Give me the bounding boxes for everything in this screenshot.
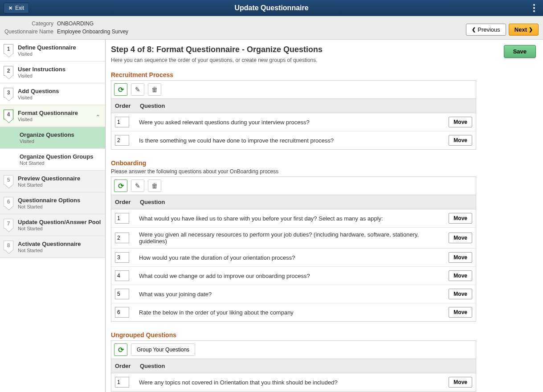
move-button[interactable]: Move [449, 270, 472, 281]
question-text: Were you given all necessary resources t… [129, 231, 449, 245]
next-button[interactable]: Next ❯ [509, 24, 539, 36]
refresh-button[interactable]: ⟳ [114, 180, 127, 192]
table-row: Were any topics not covered in Orientati… [111, 373, 476, 391]
question-text: Rate the below in the order of your liki… [129, 309, 449, 316]
sidebar-step-7[interactable]: 7Update Question/Answer PoolNot Started [0, 214, 105, 236]
category-label: Category [4, 20, 57, 27]
save-button[interactable]: Save [504, 45, 536, 58]
question-text: Were you asked relevant questions during… [129, 119, 449, 126]
sidebar-step-4[interactable]: 4Format QuestionnaireVisited⌃ [0, 105, 105, 127]
step-status: Not Started [18, 204, 102, 209]
table-row: Rate the below in the order of your liki… [111, 303, 476, 321]
question-text: What would you have liked us to share wi… [129, 215, 449, 222]
substep-status: Not Started [20, 160, 102, 166]
step-badge: 8 [4, 241, 13, 250]
table-row: Were you given all necessary resources t… [111, 228, 476, 249]
step-title: Define Questionnaire [18, 44, 102, 51]
category-value: ONBOARDING [57, 20, 94, 27]
page-title: Update Questionnaire [234, 4, 308, 12]
section-title: Recruitment Process [111, 71, 476, 78]
step-title: User Instructions [18, 66, 102, 73]
question-group: OnboardingPlease answer the following qu… [111, 159, 476, 322]
header-bar: ✕ Exit Update Questionnaire [0, 0, 543, 16]
col-question: Question [140, 199, 472, 205]
step-title: Preview Questionnaire [18, 175, 102, 182]
order-input[interactable] [115, 252, 129, 263]
move-button[interactable]: Move [449, 252, 472, 263]
step-status: Not Started [18, 226, 102, 231]
step-badge: 6 [4, 197, 13, 207]
move-button[interactable]: Move [449, 307, 472, 318]
sidebar-substep-1[interactable]: Organize Question GroupsNot Started [0, 149, 105, 171]
section-title: Ungrouped Questions [111, 331, 476, 339]
order-input[interactable] [115, 135, 129, 146]
order-input[interactable] [115, 213, 129, 224]
question-text: Is there something we could have done to… [129, 137, 449, 144]
move-button[interactable]: Move [449, 135, 472, 146]
order-input[interactable] [115, 233, 129, 243]
main-content: Step 4 of 8: Format Questionnaire - Orga… [106, 40, 543, 392]
exit-button[interactable]: ✕ Exit [4, 3, 29, 13]
step-status: Visited [18, 73, 102, 78]
delete-button[interactable]: 🗑 [148, 83, 161, 96]
sidebar-step-1[interactable]: 1Define QuestionnaireVisited [0, 40, 105, 61]
table-row: What was your joining date?Move [111, 285, 476, 303]
close-icon: ✕ [8, 5, 12, 11]
order-input[interactable] [115, 117, 129, 127]
move-button[interactable]: Move [449, 233, 472, 243]
sidebar-substep-0[interactable]: Organize QuestionsVisited [0, 127, 105, 149]
step-title: Update Question/Answer Pool [18, 219, 102, 225]
name-value: Employee Onboarding Survey [57, 29, 128, 35]
move-button[interactable]: Move [449, 377, 472, 388]
question-text: What could we change or add to improve o… [129, 273, 449, 279]
trash-icon: 🗑 [151, 86, 158, 93]
pencil-icon: ✎ [135, 86, 140, 93]
delete-button[interactable]: 🗑 [148, 180, 161, 192]
col-question: Question [140, 363, 472, 369]
col-order: Order [115, 363, 140, 369]
sidebar-step-5[interactable]: 5Preview QuestionnaireNot Started [0, 171, 105, 192]
move-button[interactable]: Move [449, 213, 472, 224]
question-text: How would you rate the duration of your … [129, 254, 449, 261]
order-input[interactable] [115, 377, 129, 388]
table-row: Is there something we could have done to… [111, 131, 476, 149]
order-input[interactable] [115, 289, 129, 299]
move-button[interactable]: Move [449, 117, 472, 127]
col-order: Order [115, 199, 140, 205]
exit-label: Exit [15, 5, 24, 11]
step-title: Questionnaire Options [18, 197, 102, 204]
sidebar-step-8[interactable]: 8Activate QuestionnaireNot Started [0, 236, 105, 258]
sidebar-step-3[interactable]: 3Add QuestionsVisited [0, 83, 105, 105]
step-badge: 1 [4, 44, 13, 54]
pencil-icon: ✎ [135, 182, 140, 189]
order-input[interactable] [115, 307, 129, 318]
edit-button[interactable]: ✎ [131, 83, 144, 96]
move-button[interactable]: Move [449, 289, 472, 299]
refresh-icon: ⟳ [118, 346, 124, 354]
table-row: Were you asked relevant questions during… [111, 113, 476, 131]
step-title: Format Questionnaire [18, 110, 102, 116]
refresh-icon: ⟳ [118, 86, 124, 94]
edit-button[interactable]: ✎ [131, 180, 144, 192]
step-title: Add Questions [18, 88, 102, 94]
step-status: Visited [18, 117, 102, 122]
col-question: Question [140, 102, 472, 109]
sidebar-step-2[interactable]: 2User InstructionsVisited [0, 61, 105, 83]
meta-panel: Category ONBOARDING Questionnaire Name E… [0, 16, 543, 40]
trash-icon: 🗑 [151, 182, 158, 189]
more-menu-icon[interactable] [531, 1, 538, 15]
substep-title: Organize Question Groups [20, 153, 102, 160]
name-label: Questionnaire Name [4, 29, 57, 35]
step-badge: 7 [4, 219, 13, 229]
section-desc: Please answer the following questions ab… [111, 168, 476, 175]
previous-button[interactable]: ❮ Previous [466, 24, 506, 36]
table-row: How would you rate the duration of your … [111, 249, 476, 267]
col-order: Order [115, 102, 140, 109]
group-questions-button[interactable]: Group Your Questions [131, 343, 195, 356]
refresh-button[interactable]: ⟳ [114, 83, 127, 96]
refresh-button[interactable]: ⟳ [114, 343, 127, 356]
step-status: Not Started [18, 248, 102, 253]
question-group: Recruitment Process⟳✎🗑OrderQuestionWere … [111, 71, 476, 150]
sidebar-step-6[interactable]: 6Questionnaire OptionsNot Started [0, 192, 105, 214]
order-input[interactable] [115, 270, 129, 281]
